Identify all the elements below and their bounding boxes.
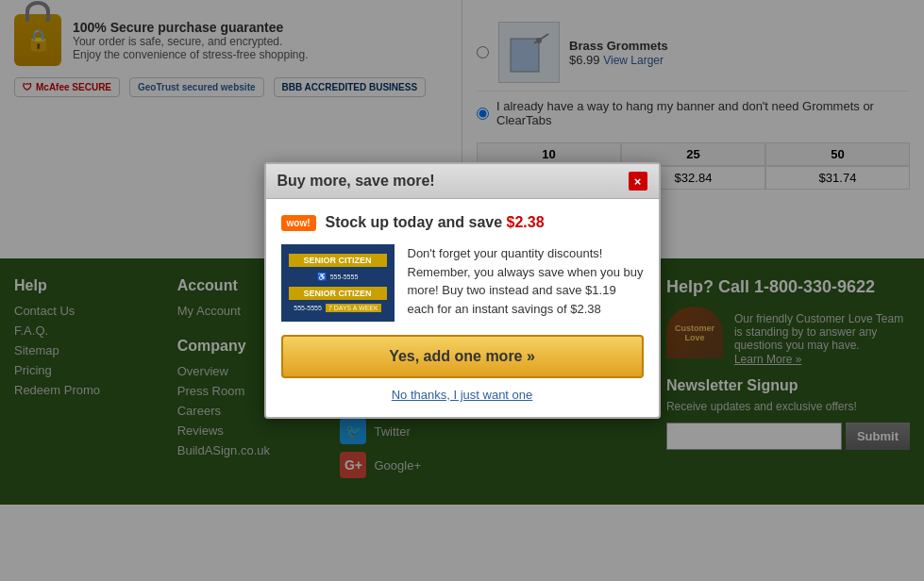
modal-overlay: Buy more, save more! × wow! Stock up tod… (0, 0, 924, 505)
modal-body: wow! Stock up today and save $2.38 SENIO… (266, 199, 659, 417)
no-thanks-link[interactable]: No thanks, I just want one (281, 388, 644, 402)
modal-title: Buy more, save more! (277, 173, 435, 190)
savings-text: Stock up today and save $2.38 (326, 214, 545, 231)
senior-text-1: SENIOR CITIZEN (289, 254, 387, 267)
savings-prefix: Stock up today and save (326, 214, 507, 230)
modal-product-image: SENIOR CITIZEN ♿ 555-5555 SENIOR CITIZEN… (281, 244, 395, 322)
yes-add-one-more-button[interactable]: Yes, add one more » (281, 335, 644, 378)
modal-description: Don't forget your quantity discounts! Re… (408, 244, 644, 322)
modal-savings-row: wow! Stock up today and save $2.38 (281, 214, 644, 231)
modal-header: Buy more, save more! × (266, 164, 659, 199)
upsell-modal: Buy more, save more! × wow! Stock up tod… (264, 162, 661, 419)
savings-amount: $2.38 (507, 214, 545, 230)
modal-content-row: SENIOR CITIZEN ♿ 555-5555 SENIOR CITIZEN… (281, 244, 644, 322)
modal-close-button[interactable]: × (629, 172, 647, 191)
wow-badge: wow! (281, 215, 316, 231)
senior-text-2: SENIOR CITIZEN (289, 287, 387, 300)
